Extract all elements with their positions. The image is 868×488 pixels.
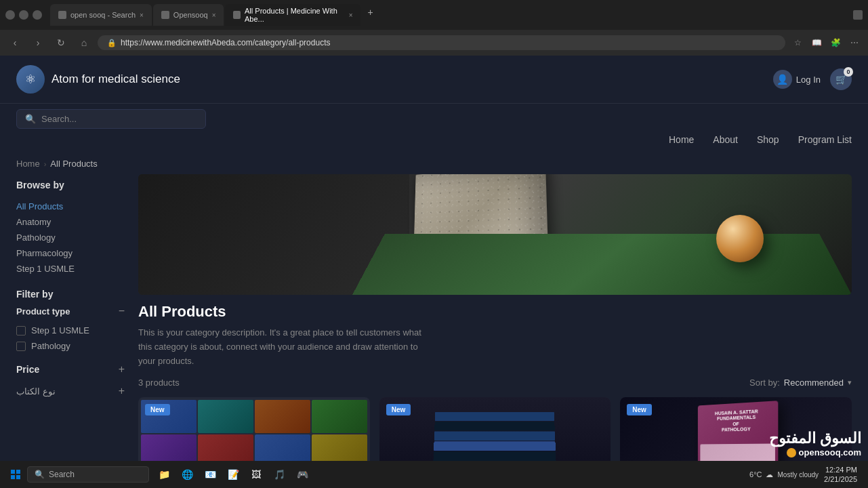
browser-extras: ☆ 📖 🧩 ⋯ (789, 35, 863, 51)
arabic-label: نوع الكتاب (16, 386, 56, 396)
arabic-section[interactable]: نوع الكتاب + (16, 385, 125, 397)
filter-pathology[interactable]: Pathology (16, 338, 125, 354)
taskbar-app-2[interactable]: 🌐 (176, 464, 198, 485)
product-3-badge: New (627, 404, 652, 415)
breadcrumb: Home › All Products (0, 153, 868, 174)
sidebar-item-all-products[interactable]: All Products (16, 199, 125, 214)
sys-time: 12:24 PM 2/21/2025 (824, 465, 857, 485)
content-area: All Products This is your category descr… (138, 295, 852, 488)
browser-maximize-btn[interactable] (33, 10, 42, 20)
sort-dropdown[interactable]: Sort by: Recommended ▾ (749, 378, 852, 388)
opensooq-logo: opensooq.com (769, 447, 861, 458)
sidebar-item-step1usmle[interactable]: Step 1 USMLE (16, 261, 125, 277)
tab-1-close[interactable]: × (140, 12, 144, 19)
tab-3-close[interactable]: × (349, 12, 353, 19)
address-bar[interactable]: 🔒 https://www.medicinewithAbeda.com/cate… (98, 35, 785, 50)
product-1-badge: New (145, 404, 170, 415)
breadcrumb-home[interactable]: Home (16, 159, 40, 169)
browser-close-btn[interactable] (5, 10, 15, 20)
cart-button[interactable]: 🛒 0 (830, 68, 852, 90)
tab-1-label: open sooq - Search (70, 11, 136, 19)
taskbar: 🔍 Search 📁 🌐 📧 📝 🖼 🎵 🎮 6°C ☁ Mostly clou… (0, 461, 868, 488)
sort-label: Sort by: (749, 378, 780, 388)
browser-more-btn[interactable]: ⋯ (846, 35, 863, 51)
cart-badge: 0 (844, 67, 853, 77)
taskbar-app-5[interactable]: 🖼 (245, 464, 267, 485)
taskbar-system: 6°C ☁ Mostly cloudy 12:24 PM 2/21/2025 (749, 465, 863, 485)
checkbox-pathology[interactable] (16, 342, 26, 351)
banner-green-floor (352, 234, 852, 295)
opensooq-dot (787, 448, 796, 458)
nav-shop[interactable]: Shop (757, 134, 779, 145)
taskbar-app-3[interactable]: 📧 (199, 464, 221, 485)
site-nav: Home About Shop Program List (0, 134, 868, 153)
product-2-badge: New (386, 404, 411, 415)
browser-home-btn[interactable]: ⌂ (75, 33, 94, 52)
sort-arrow-icon: ▾ (848, 378, 852, 387)
browser-reload-btn[interactable]: ↻ (51, 33, 70, 52)
main-layout: Browse by All Products Anatomy Pathology… (0, 174, 868, 488)
browser-ext-btn[interactable]: 🧩 (827, 35, 844, 51)
clock-date: 2/21/2025 (824, 474, 857, 484)
browser-tab-2[interactable]: Opensooq × (153, 4, 224, 26)
taskbar-search-text: Search (49, 470, 75, 479)
address-url: https://www.medicinewithAbeda.com/catego… (121, 38, 330, 47)
breadcrumb-separator: › (44, 160, 47, 168)
tab-3-label: All Products | Medicine With Abe... (245, 7, 345, 23)
filter-pathology-label: Pathology (31, 341, 70, 351)
browser-star-btn[interactable]: ☆ (789, 35, 806, 51)
login-button[interactable]: 👤 Log In (773, 70, 821, 89)
taskbar-app-7[interactable]: 🎮 (291, 464, 313, 485)
spine-3 (434, 431, 556, 441)
browser-minimize-btn[interactable] (19, 10, 28, 20)
browser-tab-1[interactable]: open sooq - Search × (50, 4, 152, 26)
sidebar-item-pharmacology[interactable]: Pharmacology (16, 245, 125, 261)
price-header[interactable]: Price + (16, 363, 125, 375)
sidebar-item-anatomy[interactable]: Anatomy (16, 214, 125, 230)
browser-forward-btn[interactable]: › (28, 33, 47, 52)
nav-program-list[interactable]: Program List (798, 134, 852, 145)
browser-title-bar: open sooq - Search × Opensooq × All Prod… (0, 0, 868, 30)
taskbar-app-1[interactable]: 📁 (153, 464, 175, 485)
tab-2-label: Opensooq (173, 11, 208, 19)
product-type-toggle[interactable]: − (119, 305, 125, 317)
banner-image (138, 174, 852, 295)
products-bar: 3 products Sort by: Recommended ▾ (138, 378, 852, 388)
book-4 (312, 400, 367, 433)
website: ⚛ Atom for medical science 👤 Log In 🛒 0 … (0, 56, 868, 488)
opensooq-arabic-text: السوق المفتوح (769, 430, 861, 447)
filter-by-title: Filter by (16, 289, 53, 300)
search-bar[interactable]: 🔍 Search... (16, 109, 206, 129)
banner (138, 174, 852, 295)
sidebar-item-pathology[interactable]: Pathology (16, 230, 125, 245)
nav-home[interactable]: Home (669, 134, 694, 145)
nav-about[interactable]: About (713, 134, 738, 145)
patho-book-title-text: HUSAIN A. SATTARFUNDAMENTALSOFPATHOLOGY (701, 408, 774, 434)
sidebar: Browse by All Products Anatomy Pathology… (16, 174, 125, 488)
browser-toolbar: ‹ › ↻ ⌂ 🔒 https://www.medicinewithAbeda.… (0, 30, 868, 56)
taskbar-app-6[interactable]: 🎵 (268, 464, 290, 485)
site-logo-icon: ⚛ (16, 65, 45, 94)
browser-tab-3[interactable]: All Products | Medicine With Abe... × (225, 4, 360, 26)
browser-read-btn[interactable]: 📖 (808, 35, 825, 51)
site-logo-text: Atom for medical science (51, 73, 180, 86)
browser-back-btn[interactable]: ‹ (5, 33, 24, 52)
start-button[interactable] (5, 464, 26, 485)
product-type-header[interactable]: Product type − (16, 305, 125, 317)
checkbox-step1usmle[interactable] (16, 326, 26, 336)
sys-tray: 6°C ☁ Mostly cloudy (749, 470, 819, 479)
filter-step1usmle[interactable]: Step 1 USMLE (16, 323, 125, 338)
tab-2-close[interactable]: × (212, 12, 216, 19)
tab-3-favicon (233, 11, 241, 19)
price-toggle[interactable]: + (119, 363, 125, 375)
search-icon: 🔍 (25, 114, 36, 124)
arabic-toggle[interactable]: + (119, 385, 125, 397)
banner-sphere (716, 215, 764, 262)
taskbar-apps: 📁 🌐 📧 📝 🖼 🎵 🎮 (153, 464, 313, 485)
taskbar-search[interactable]: 🔍 Search (27, 466, 149, 483)
taskbar-app-4[interactable]: 📝 (222, 464, 244, 485)
page-title: All Products (138, 303, 852, 321)
win-sq-1 (11, 470, 15, 474)
user-icon: 👤 (773, 70, 792, 89)
new-tab-btn[interactable]: + (362, 4, 378, 20)
